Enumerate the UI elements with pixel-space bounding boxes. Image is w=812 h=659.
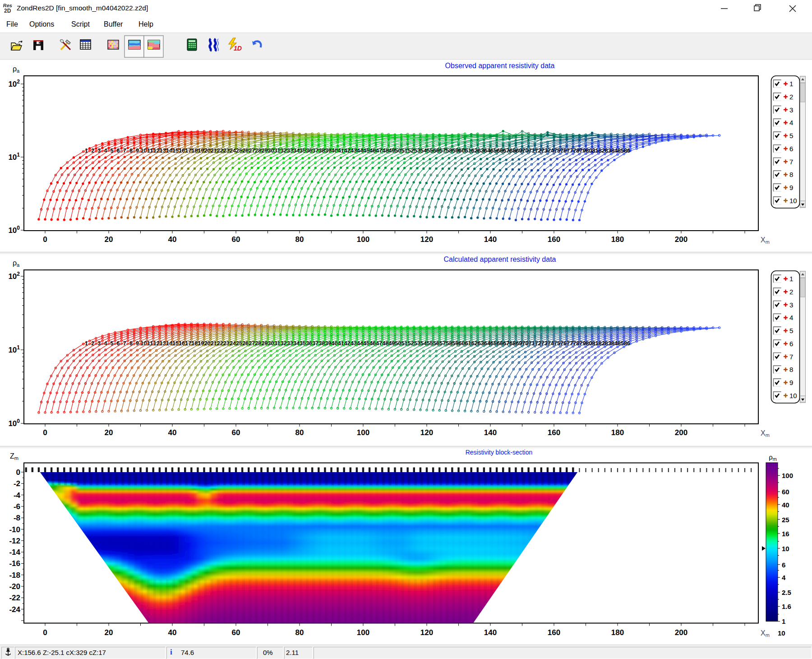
svg-text:78: 78 — [573, 340, 579, 347]
svg-text:180: 180 — [611, 428, 624, 437]
svg-text:11: 11 — [147, 148, 153, 154]
svg-text:1.6: 1.6 — [782, 603, 791, 610]
svg-text:16: 16 — [782, 530, 789, 538]
svg-text:7: 7 — [789, 353, 793, 361]
svg-text:67: 67 — [503, 340, 509, 347]
svg-text:60: 60 — [459, 148, 465, 154]
svg-text:200: 200 — [675, 235, 687, 244]
svg-text:1: 1 — [789, 275, 793, 283]
svg-text:-10: -10 — [9, 525, 20, 534]
svg-text:66: 66 — [497, 148, 503, 154]
svg-text:86: 86 — [624, 148, 630, 154]
svg-text:75: 75 — [554, 340, 560, 347]
svg-text:60: 60 — [782, 488, 789, 496]
svg-text:27: 27 — [249, 148, 255, 154]
svg-text:62: 62 — [471, 340, 478, 347]
svg-text:40: 40 — [782, 501, 789, 509]
svg-text:7: 7 — [789, 158, 793, 166]
svg-text:1: 1 — [789, 80, 793, 88]
svg-text:120: 120 — [420, 235, 433, 244]
svg-text:3: 3 — [97, 340, 101, 347]
svg-text:3: 3 — [789, 106, 793, 114]
svg-text:67: 67 — [503, 148, 509, 154]
svg-text:57: 57 — [439, 340, 446, 347]
svg-text:84: 84 — [611, 148, 618, 154]
svg-text:59: 59 — [452, 340, 458, 347]
svg-text:Xm: Xm — [761, 629, 770, 638]
svg-text:55: 55 — [427, 340, 433, 347]
svg-text:-14: -14 — [9, 548, 20, 557]
svg-text:84: 84 — [611, 340, 618, 347]
svg-text:140: 140 — [484, 235, 497, 244]
svg-text:25: 25 — [236, 340, 242, 347]
svg-text:62: 62 — [471, 148, 478, 154]
svg-text:10: 10 — [141, 340, 147, 347]
svg-text:ρa: ρa — [13, 259, 20, 268]
svg-text:75: 75 — [554, 148, 560, 154]
svg-text:81: 81 — [592, 148, 599, 154]
svg-text:54: 54 — [420, 148, 427, 154]
svg-text:64: 64 — [484, 148, 490, 154]
svg-text:6: 6 — [789, 340, 793, 348]
svg-text:10: 10 — [789, 392, 797, 399]
svg-text:52: 52 — [408, 148, 414, 154]
svg-text:140: 140 — [484, 428, 497, 437]
svg-text:Zm: Zm — [10, 452, 18, 461]
svg-text:4: 4 — [782, 574, 786, 581]
svg-text:60: 60 — [232, 235, 240, 244]
svg-text:63: 63 — [478, 340, 484, 347]
svg-text:Resistivity block-section: Resistivity block-section — [466, 449, 533, 456]
svg-text:0: 0 — [43, 428, 47, 437]
svg-text:Xm: Xm — [761, 429, 770, 438]
svg-text:56: 56 — [433, 340, 439, 347]
svg-text:65: 65 — [490, 340, 497, 347]
svg-text:101: 101 — [8, 152, 20, 162]
svg-text:8: 8 — [789, 366, 793, 373]
svg-text:4: 4 — [104, 340, 107, 347]
svg-text:20: 20 — [105, 235, 113, 244]
svg-text:66: 66 — [497, 340, 503, 347]
svg-text:101: 101 — [8, 344, 20, 354]
svg-text:46: 46 — [369, 148, 376, 154]
svg-text:-12: -12 — [9, 537, 20, 545]
svg-text:4: 4 — [789, 314, 793, 321]
svg-text:70: 70 — [522, 148, 529, 154]
svg-text:2: 2 — [789, 288, 793, 296]
svg-text:180: 180 — [611, 235, 624, 244]
svg-text:7: 7 — [123, 340, 126, 347]
svg-text:83: 83 — [605, 148, 611, 154]
svg-text:120: 120 — [420, 628, 433, 637]
svg-text:61: 61 — [465, 340, 471, 347]
svg-text:180: 180 — [611, 628, 624, 637]
svg-text:-8: -8 — [14, 514, 20, 522]
svg-text:100: 100 — [782, 472, 793, 479]
svg-text:60: 60 — [232, 428, 240, 437]
svg-text:80: 80 — [295, 628, 304, 637]
svg-text:40: 40 — [168, 428, 177, 437]
svg-text:10: 10 — [789, 197, 797, 204]
svg-text:40: 40 — [168, 235, 177, 244]
svg-text:21: 21 — [211, 148, 217, 154]
svg-text:71: 71 — [529, 340, 535, 347]
svg-text:100: 100 — [357, 428, 369, 437]
svg-text:6: 6 — [782, 561, 785, 569]
svg-text:10: 10 — [778, 629, 785, 637]
svg-text:60: 60 — [459, 340, 465, 347]
svg-text:0: 0 — [43, 628, 47, 637]
svg-text:76: 76 — [560, 340, 567, 347]
svg-text:Xm: Xm — [761, 236, 770, 245]
svg-text:50: 50 — [395, 148, 401, 154]
svg-text:69: 69 — [516, 340, 522, 347]
svg-text:3: 3 — [789, 301, 793, 309]
svg-text:80: 80 — [586, 148, 592, 154]
svg-text:63: 63 — [478, 148, 484, 154]
svg-text:86: 86 — [624, 340, 630, 347]
svg-text:1: 1 — [782, 617, 785, 625]
svg-text:-6: -6 — [14, 502, 20, 511]
svg-text:6: 6 — [789, 145, 793, 153]
svg-text:52: 52 — [408, 340, 414, 347]
svg-text:-18: -18 — [9, 571, 20, 580]
svg-text:61: 61 — [465, 148, 471, 154]
svg-text:100: 100 — [8, 225, 20, 235]
svg-text:160: 160 — [548, 428, 560, 437]
